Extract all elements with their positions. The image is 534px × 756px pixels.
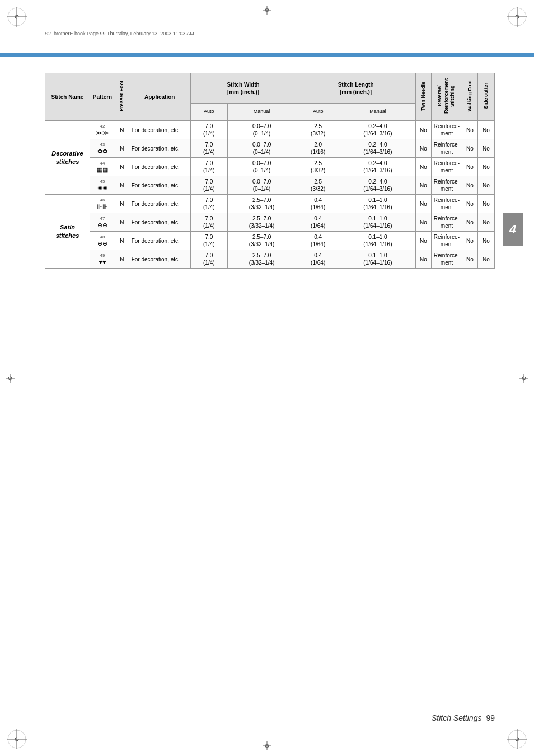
walking-foot-cell: No [462, 121, 478, 139]
reg-mark-bottom [263, 741, 271, 750]
header-reinforce: Reverse/ReinforcementStitching [431, 73, 462, 121]
header-twin-needle: Twin Needle [415, 73, 431, 121]
side-cutter-cell: No [478, 139, 495, 158]
corner-decoration-tr [506, 6, 528, 28]
walking-foot-cell: No [462, 250, 478, 269]
side-cutter-cell: No [478, 250, 495, 269]
sw-auto-cell: 7.0(1/4) [190, 158, 227, 176]
sl-auto-cell: 0.4(1/64) [296, 195, 340, 213]
twin-needle-cell: No [415, 158, 431, 176]
application-cell: For decoration, etc. [129, 158, 190, 176]
pattern-cell: 42≫≫ [90, 121, 115, 139]
walking-foot-cell: No [462, 213, 478, 232]
side-cutter-cell: No [478, 158, 495, 176]
sl-auto-cell: 0.4(1/64) [296, 232, 340, 250]
pattern-cell: 43✿✿ [90, 139, 115, 158]
sl-manual-cell: 0.2–4.0(1/64–3/16) [340, 176, 416, 195]
reinforce-cell: Reinforce-ment [431, 176, 462, 195]
sw-manual-cell: 0.0–7.0(0–1/4) [227, 121, 296, 139]
header-walking-foot: Walking Foot [462, 73, 478, 121]
walking-foot-cell: No [462, 232, 478, 250]
sw-manual-cell: 2.5–7.0(3/32–1/4) [227, 213, 296, 232]
sl-auto-cell: 0.4(1/64) [296, 250, 340, 269]
sw-manual-cell: 2.5–7.0(3/32–1/4) [227, 232, 296, 250]
stitch-table: Stitch Name Pattern Presser Foot Applica… [45, 73, 495, 269]
sw-auto-cell: 7.0(1/4) [190, 213, 227, 232]
presser-foot-cell: N [115, 232, 129, 250]
file-info: S2_brotherE.book Page 99 Thursday, Febru… [45, 31, 194, 36]
header-pattern: Pattern [90, 73, 115, 121]
sw-manual-cell: 2.5–7.0(3/32–1/4) [227, 250, 296, 269]
pattern-cell: 49♥♥ [90, 250, 115, 269]
main-content: Stitch Name Pattern Presser Foot Applica… [45, 62, 495, 269]
side-cutter-cell: No [478, 195, 495, 213]
presser-foot-cell: N [115, 121, 129, 139]
footer-page-number: 99 [486, 713, 495, 722]
application-cell: For decoration, etc. [129, 176, 190, 195]
application-cell: For decoration, etc. [129, 139, 190, 158]
sw-manual-cell: 0.0–7.0(0–1/4) [227, 139, 296, 158]
corner-decoration-br [506, 728, 528, 750]
presser-foot-cell: N [115, 176, 129, 195]
twin-needle-cell: No [415, 232, 431, 250]
reg-mark-top [263, 6, 271, 15]
table-row: 45✸✸NFor decoration, etc.7.0(1/4)0.0–7.0… [45, 176, 495, 195]
table-row: Decorativestitches42≫≫NFor decoration, e… [45, 121, 495, 139]
table-row: 44▦▦NFor decoration, etc.7.0(1/4)0.0–7.0… [45, 158, 495, 176]
reinforce-cell: Reinforce-ment [431, 232, 462, 250]
reinforce-cell: Reinforce-ment [431, 121, 462, 139]
sl-manual-cell: 0.2–4.0(1/64–3/16) [340, 139, 416, 158]
table-wrapper: Stitch Name Pattern Presser Foot Applica… [45, 73, 495, 269]
walking-foot-cell: No [462, 195, 478, 213]
sl-manual-cell: 0.1–1.0(1/64–1/16) [340, 213, 416, 232]
corner-decoration-tl [6, 6, 28, 28]
sw-auto-cell: 7.0(1/4) [190, 176, 227, 195]
footer: Stitch Settings 99 [45, 713, 495, 722]
sl-auto-cell: 2.5(3/32) [296, 121, 340, 139]
sl-manual-cell: 0.1–1.0(1/64–1/16) [340, 232, 416, 250]
sw-auto-cell: 7.0(1/4) [190, 232, 227, 250]
table-row: 47⊕⊕NFor decoration, etc.7.0(1/4)2.5–7.0… [45, 213, 495, 232]
twin-needle-cell: No [415, 213, 431, 232]
application-cell: For decoration, etc. [129, 195, 190, 213]
sw-auto-cell: 7.0(1/4) [190, 121, 227, 139]
table-row: 48⊕⊕NFor decoration, etc.7.0(1/4)2.5–7.0… [45, 232, 495, 250]
side-cutter-cell: No [478, 213, 495, 232]
sw-auto-cell: 7.0(1/4) [190, 139, 227, 158]
twin-needle-cell: No [415, 176, 431, 195]
table-row: 43✿✿NFor decoration, etc.7.0(1/4)0.0–7.0… [45, 139, 495, 158]
application-cell: For decoration, etc. [129, 213, 190, 232]
stitch-group-name: Decorativestitches [45, 121, 90, 195]
table-row: Satin stitches46⊪⊪NFor decoration, etc.7… [45, 195, 495, 213]
reinforce-cell: Reinforce-ment [431, 195, 462, 213]
sl-auto-cell: 2.5(3/32) [296, 158, 340, 176]
header-stitch-name: Stitch Name [45, 73, 90, 121]
header-stitch-length: Stitch Length[mm (inch.)] [296, 73, 416, 104]
walking-foot-cell: No [462, 139, 478, 158]
sl-manual-cell: 0.2–4.0(1/64–3/16) [340, 158, 416, 176]
page-tab: 4 [503, 213, 523, 246]
twin-needle-cell: No [415, 121, 431, 139]
presser-foot-cell: N [115, 213, 129, 232]
header-stitch-width: Stitch Width[mm (inch.)] [190, 73, 296, 104]
header-presser-foot: Presser Foot [115, 73, 129, 121]
header-sw-manual: Manual [227, 104, 296, 121]
header-sw-auto: Auto [190, 104, 227, 121]
corner-decoration-bl [6, 728, 28, 750]
sl-manual-cell: 0.1–1.0(1/64–1/16) [340, 195, 416, 213]
pattern-cell: 48⊕⊕ [90, 232, 115, 250]
table-row: 49♥♥NFor decoration, etc.7.0(1/4)2.5–7.0… [45, 250, 495, 269]
application-cell: For decoration, etc. [129, 121, 190, 139]
header-sl-auto: Auto [296, 104, 340, 121]
sw-manual-cell: 2.5–7.0(3/32–1/4) [227, 195, 296, 213]
reg-mark-left [6, 374, 15, 383]
side-cutter-cell: No [478, 176, 495, 195]
reinforce-cell: Reinforce-ment [431, 213, 462, 232]
twin-needle-cell: No [415, 250, 431, 269]
sl-auto-cell: 2.5(3/32) [296, 176, 340, 195]
pattern-cell: 45✸✸ [90, 176, 115, 195]
sl-auto-cell: 0.4(1/64) [296, 213, 340, 232]
application-cell: For decoration, etc. [129, 250, 190, 269]
walking-foot-cell: No [462, 176, 478, 195]
presser-foot-cell: N [115, 195, 129, 213]
